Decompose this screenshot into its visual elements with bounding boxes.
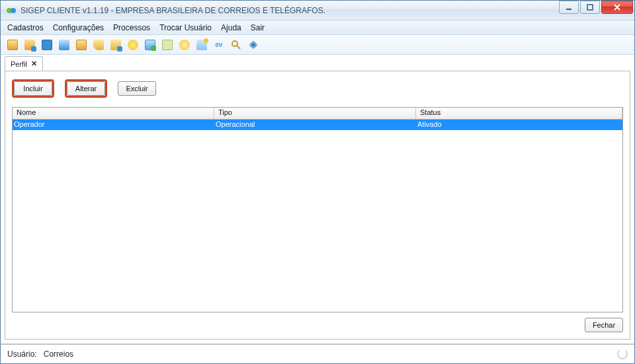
- toolbar-btn-02[interactable]: [22, 37, 38, 53]
- toolbar-btn-07[interactable]: [108, 37, 124, 53]
- toolbar-icon-07: [110, 40, 121, 50]
- toolbar-icon-05: [76, 40, 87, 50]
- menu-ajuda[interactable]: Ajuda: [217, 22, 245, 34]
- toolbar-icon-08: [128, 40, 138, 50]
- action-row: Incluir Alterar Excluir: [12, 79, 623, 98]
- svg-point-7: [252, 44, 255, 46]
- toolbar-btn-10[interactable]: [159, 37, 175, 53]
- toolbar-icon-12: [196, 40, 207, 50]
- incluir-button[interactable]: Incluir: [14, 81, 52, 96]
- toolbar-btn-12[interactable]: [194, 37, 210, 53]
- alterar-button[interactable]: Alterar: [67, 81, 105, 96]
- cell-nome: Operador: [13, 120, 214, 130]
- col-header-nome[interactable]: Nome: [13, 108, 214, 119]
- toolbar-btn-01[interactable]: [5, 37, 21, 53]
- toolbar-btn-09[interactable]: [142, 37, 158, 53]
- excluir-button[interactable]: Excluir: [118, 81, 156, 96]
- menu-sair[interactable]: Sair: [247, 22, 269, 34]
- tab-close-icon[interactable]: ✕: [31, 59, 37, 68]
- window-title: SIGEP CLIENTE v1.1.19 - EMPRESA BRASILEI…: [21, 6, 559, 15]
- table-row[interactable]: Operador Operacional Ativado: [13, 120, 622, 130]
- cell-status: Ativado: [416, 120, 622, 130]
- col-header-tipo[interactable]: Tipo: [214, 108, 416, 119]
- status-user-value: Correios: [44, 349, 73, 359]
- cell-tipo: Operacional: [214, 120, 416, 130]
- toolbar-icon-02: [24, 40, 35, 50]
- perfil-table: Nome Tipo Status Operador Operacional At…: [12, 107, 623, 312]
- svg-point-1: [11, 8, 16, 13]
- toolbar-icon-09: [145, 40, 155, 50]
- toolbar: 0V: [1, 35, 634, 55]
- minimize-button[interactable]: [559, 1, 579, 14]
- tab-label: Perfil: [11, 60, 27, 68]
- toolbar-icon-10: [162, 40, 173, 50]
- toolbar-icon-13: 0V: [214, 40, 224, 50]
- toolbar-btn-14[interactable]: [228, 37, 244, 53]
- table-body: Operador Operacional Ativado: [13, 120, 622, 312]
- tab-perfil[interactable]: Perfil ✕: [5, 56, 43, 71]
- svg-rect-3: [587, 5, 593, 10]
- toolbar-btn-08[interactable]: [125, 37, 141, 53]
- bottom-row: Fechar: [12, 318, 623, 332]
- toolbar-btn-03[interactable]: [39, 37, 55, 53]
- busy-indicator-icon: [617, 349, 628, 359]
- status-user: Usuário: Correios: [7, 349, 73, 359]
- toolbar-icon-01: [7, 40, 18, 50]
- status-user-label: Usuário:: [7, 349, 37, 359]
- highlight-incluir: Incluir: [12, 79, 54, 98]
- toolbar-icon-15: [248, 40, 259, 50]
- statusbar: Usuário: Correios: [1, 344, 634, 363]
- svg-point-4: [232, 41, 237, 46]
- close-button[interactable]: [601, 1, 633, 14]
- fechar-button[interactable]: Fechar: [585, 318, 623, 332]
- toolbar-icon-06: [93, 40, 104, 50]
- content-panel: Incluir Alterar Excluir Nome Tipo Status…: [5, 71, 630, 340]
- titlebar: SIGEP CLIENTE v1.1.19 - EMPRESA BRASILEI…: [1, 1, 634, 20]
- menu-cadastros[interactable]: Cadastros: [3, 22, 48, 34]
- app-window: SIGEP CLIENTE v1.1.19 - EMPRESA BRASILEI…: [0, 0, 635, 364]
- toolbar-icon-03: [42, 40, 52, 50]
- toolbar-icon-04: [59, 40, 69, 50]
- toolbar-btn-11[interactable]: [177, 37, 192, 53]
- svg-rect-2: [566, 9, 572, 10]
- toolbar-btn-05[interactable]: [73, 37, 89, 53]
- menu-processos[interactable]: Processos: [109, 22, 154, 34]
- toolbar-icon-14: [231, 40, 241, 50]
- menubar: Cadastros Configurações Processos Trocar…: [1, 20, 634, 35]
- toolbar-btn-06[interactable]: [91, 37, 106, 53]
- app-icon: [6, 5, 17, 16]
- table-header: Nome Tipo Status: [13, 108, 622, 120]
- menu-configuracoes[interactable]: Configurações: [49, 22, 108, 34]
- tabbar: Perfil ✕: [1, 55, 634, 71]
- highlight-alterar: Alterar: [65, 79, 107, 98]
- window-controls: [559, 1, 633, 14]
- svg-line-5: [237, 46, 240, 49]
- toolbar-btn-04[interactable]: [56, 37, 72, 53]
- maximize-button[interactable]: [580, 1, 600, 14]
- menu-trocar-usuario[interactable]: Trocar Usuário: [155, 22, 216, 34]
- col-header-status[interactable]: Status: [416, 108, 622, 119]
- toolbar-btn-13[interactable]: 0V: [211, 37, 227, 53]
- toolbar-btn-15[interactable]: [245, 37, 261, 53]
- toolbar-icon-11: [179, 40, 190, 50]
